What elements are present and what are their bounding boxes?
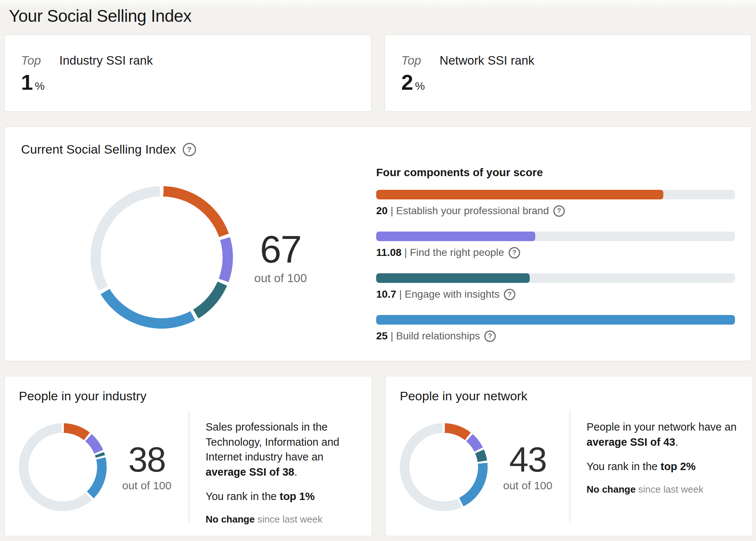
component-label: Establish your professional brand [396, 205, 549, 217]
components-heading: Four components of your score [376, 166, 735, 179]
network-donut-chart [400, 423, 488, 511]
score-components-panel: Four components of your score 20 | Estab… [376, 159, 735, 342]
component-bar-track [376, 315, 735, 325]
help-icon[interactable]: ? [553, 205, 565, 217]
component-separator: | [388, 330, 396, 342]
industry-rank-card: Top Industry SSI rank 1 % [4, 35, 371, 112]
ssi-score-caption: out of 100 [254, 271, 307, 285]
network-avg-score: 43 [503, 442, 552, 477]
component-label: Engage with insights [405, 288, 499, 300]
people-network-card: People in your network 43 out of 100 Peo… [385, 376, 753, 536]
network-change-line: No change since last week [587, 484, 739, 495]
industry-description: Sales professionals in the Technology, I… [206, 420, 358, 479]
rank-unit: % [415, 80, 425, 92]
rank-card-title: Network SSI rank [440, 54, 535, 68]
network-description: People in your network have an average S… [587, 420, 739, 449]
component-label-row: 10.7 | Engage with insights? [376, 288, 735, 300]
industry-rank-line: You rank in the top 1% [206, 490, 358, 503]
rank-cards-row: Top Industry SSI rank 1 % Top Network SS… [4, 35, 752, 112]
page-title: Your Social Selling Index [9, 5, 752, 27]
component-bar-track [376, 190, 735, 199]
component-bar-track [376, 273, 735, 283]
component-row: 20 | Establish your professional brand? [376, 190, 735, 217]
rank-value: 1 [21, 71, 33, 94]
current-ssi-title: Current Social Selling Index [21, 142, 176, 157]
help-icon[interactable]: ? [504, 289, 515, 300]
component-row: 10.7 | Engage with insights? [376, 273, 735, 300]
component-bar-track [376, 232, 735, 241]
people-industry-card: People in your industry 38 out of 100 Sa… [4, 376, 372, 536]
component-label-row: 11.08 | Find the right people? [376, 247, 735, 258]
component-label-row: 20 | Establish your professional brand? [376, 205, 735, 217]
ssi-donut-block: 67 out of 100 [21, 159, 376, 342]
donut-hole [28, 433, 97, 501]
component-value: 20 [376, 205, 388, 217]
industry-score-caption: out of 100 [122, 479, 171, 492]
component-label: Build relationships [396, 330, 480, 342]
vertical-divider [189, 411, 189, 523]
people-network-title: People in your network [400, 389, 739, 403]
industry-change-line: No change since last week [206, 514, 358, 525]
component-label: Find the right people [410, 247, 504, 258]
donut-hole [101, 196, 223, 318]
component-separator: | [396, 288, 405, 300]
help-icon[interactable]: ? [484, 331, 496, 342]
rank-card-title: Industry SSI rank [59, 54, 153, 68]
rank-prefix: Top [21, 54, 41, 68]
vertical-divider [570, 411, 570, 523]
industry-avg-score: 38 [122, 442, 171, 477]
help-icon[interactable]: ? [509, 247, 520, 258]
component-label-row: 25 | Build relationships? [376, 330, 735, 342]
rank-prefix: Top [401, 54, 421, 68]
component-bar-fill [376, 315, 735, 325]
help-icon[interactable]: ? [183, 143, 196, 156]
component-separator: | [402, 247, 410, 258]
donut-hole [409, 433, 478, 501]
component-value: 11.08 [376, 247, 402, 258]
component-bar-fill [376, 232, 535, 241]
network-score-caption: out of 100 [503, 479, 552, 492]
component-separator: | [388, 205, 396, 217]
components-list: 20 | Establish your professional brand?1… [376, 190, 735, 342]
current-ssi-card: Current Social Selling Index ? 67 out of… [4, 126, 752, 361]
component-row: 25 | Build relationships? [376, 315, 735, 342]
component-bar-fill [376, 273, 530, 283]
component-value: 10.7 [376, 288, 396, 300]
people-cards-row: People in your industry 38 out of 100 Sa… [4, 376, 752, 536]
component-row: 11.08 | Find the right people? [376, 232, 735, 258]
ssi-donut-chart [90, 186, 233, 329]
component-value: 25 [376, 330, 388, 342]
rank-unit: % [35, 80, 45, 92]
ssi-dashboard: Your Social Selling Index Top Industry S… [0, 0, 756, 541]
network-rank-card: Top Network SSI rank 2 % [385, 35, 752, 112]
rank-value: 2 [401, 71, 413, 94]
ssi-score: 67 [254, 230, 307, 268]
component-bar-fill [376, 190, 663, 199]
industry-donut-chart [19, 423, 107, 511]
network-rank-line: You rank in the top 2% [587, 460, 739, 473]
people-industry-title: People in your industry [19, 389, 358, 403]
